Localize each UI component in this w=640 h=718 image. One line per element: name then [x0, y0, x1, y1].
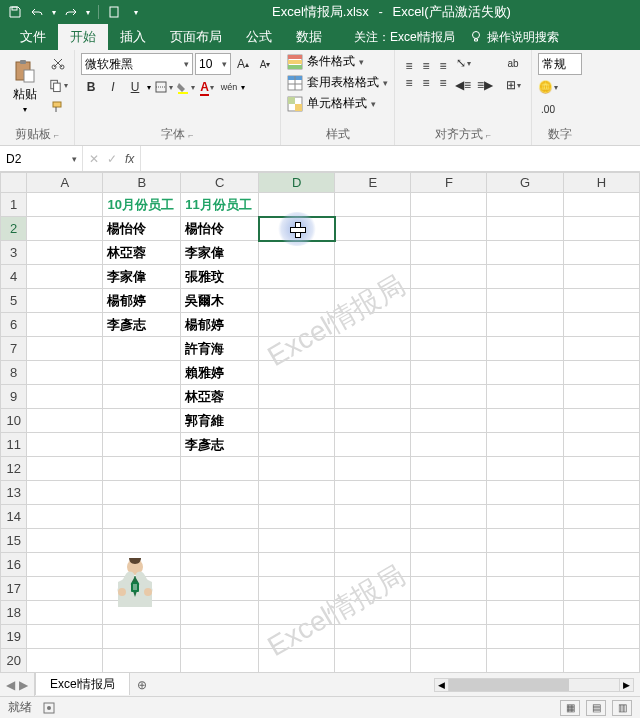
row-header-4[interactable]: 4 — [1, 265, 27, 289]
cell-G14[interactable] — [487, 505, 563, 529]
col-header-B[interactable]: B — [103, 173, 181, 193]
cell-G20[interactable] — [487, 649, 563, 673]
cell-B14[interactable] — [103, 505, 181, 529]
row-header-15[interactable]: 15 — [1, 529, 27, 553]
cell-B8[interactable] — [103, 361, 181, 385]
row-header-7[interactable]: 7 — [1, 337, 27, 361]
cell-H5[interactable] — [563, 289, 639, 313]
cell-E15[interactable] — [335, 529, 411, 553]
undo-dropdown-icon[interactable]: ▾ — [49, 2, 59, 22]
cell-C16[interactable] — [181, 553, 259, 577]
copy-button[interactable]: ▾ — [48, 75, 68, 95]
cell-C1[interactable]: 11月份员工 — [181, 193, 259, 217]
cell-F1[interactable] — [411, 193, 487, 217]
cell-H16[interactable] — [563, 553, 639, 577]
cell-H3[interactable] — [563, 241, 639, 265]
cancel-formula-button[interactable]: ✕ — [89, 152, 99, 166]
cell-H20[interactable] — [563, 649, 639, 673]
align-right-button[interactable]: ≡ — [435, 75, 451, 91]
redo-icon[interactable] — [61, 2, 81, 22]
cell-C19[interactable] — [181, 625, 259, 649]
cell-B9[interactable] — [103, 385, 181, 409]
cell-C10[interactable]: 郭育維 — [181, 409, 259, 433]
cell-E8[interactable] — [335, 361, 411, 385]
cell-B13[interactable] — [103, 481, 181, 505]
cell-B12[interactable] — [103, 457, 181, 481]
row-header-16[interactable]: 16 — [1, 553, 27, 577]
cell-F9[interactable] — [411, 385, 487, 409]
cell-D10[interactable] — [259, 409, 335, 433]
increase-decimal-button[interactable]: .00 — [538, 99, 558, 119]
row-header-9[interactable]: 9 — [1, 385, 27, 409]
phonetic-button[interactable]: wén — [219, 77, 239, 97]
formula-input[interactable] — [141, 146, 640, 171]
cell-H13[interactable] — [563, 481, 639, 505]
col-header-C[interactable]: C — [181, 173, 259, 193]
cell-D7[interactable] — [259, 337, 335, 361]
ribbon-tab-公式[interactable]: 公式 — [234, 24, 284, 50]
cell-A8[interactable] — [27, 361, 103, 385]
align-center-button[interactable]: ≡ — [418, 75, 434, 91]
cell-E14[interactable] — [335, 505, 411, 529]
cell-F11[interactable] — [411, 433, 487, 457]
align-top-button[interactable]: ≡ — [401, 58, 417, 74]
cell-H10[interactable] — [563, 409, 639, 433]
cell-A20[interactable] — [27, 649, 103, 673]
cell-B2[interactable]: 楊怡伶 — [103, 217, 181, 241]
cell-D15[interactable] — [259, 529, 335, 553]
increase-indent-button[interactable]: ≡▶ — [475, 75, 495, 95]
cell-B10[interactable] — [103, 409, 181, 433]
cell-A17[interactable] — [27, 577, 103, 601]
row-header-13[interactable]: 13 — [1, 481, 27, 505]
cell-G4[interactable] — [487, 265, 563, 289]
align-middle-button[interactable]: ≡ — [418, 58, 434, 74]
cell-D11[interactable] — [259, 433, 335, 457]
view-pagebreak-button[interactable]: ▥ — [612, 700, 632, 716]
cell-G7[interactable] — [487, 337, 563, 361]
row-header-18[interactable]: 18 — [1, 601, 27, 625]
add-sheet-button[interactable]: ⊕ — [130, 673, 154, 696]
cell-D3[interactable] — [259, 241, 335, 265]
cell-D20[interactable] — [259, 649, 335, 673]
cell-A9[interactable] — [27, 385, 103, 409]
cell-C15[interactable] — [181, 529, 259, 553]
wrap-text-button[interactable]: ab — [501, 53, 525, 73]
cell-E5[interactable] — [335, 289, 411, 313]
cell-F10[interactable] — [411, 409, 487, 433]
number-format-combo[interactable]: 常规 — [538, 53, 582, 75]
horizontal-scrollbar[interactable]: ◀ ▶ — [434, 678, 634, 692]
cell-F2[interactable] — [411, 217, 487, 241]
row-header-11[interactable]: 11 — [1, 433, 27, 457]
cell-E18[interactable] — [335, 601, 411, 625]
col-header-F[interactable]: F — [411, 173, 487, 193]
cell-G19[interactable] — [487, 625, 563, 649]
cell-A10[interactable] — [27, 409, 103, 433]
cell-F15[interactable] — [411, 529, 487, 553]
cell-E12[interactable] — [335, 457, 411, 481]
cell-E16[interactable] — [335, 553, 411, 577]
cell-E4[interactable] — [335, 265, 411, 289]
col-header-H[interactable]: H — [563, 173, 639, 193]
decrease-font-button[interactable]: A▾ — [255, 54, 275, 74]
cell-B3[interactable]: 林亞蓉 — [103, 241, 181, 265]
sheet-nav-next[interactable]: ▶ — [19, 678, 28, 692]
paste-button[interactable]: 粘贴 ▾ — [6, 53, 44, 119]
cell-A4[interactable] — [27, 265, 103, 289]
cell-D19[interactable] — [259, 625, 335, 649]
sheet-nav-prev[interactable]: ◀ — [6, 678, 15, 692]
cell-B16[interactable] — [103, 553, 181, 577]
cell-D17[interactable] — [259, 577, 335, 601]
col-header-D[interactable]: D — [259, 173, 335, 193]
row-header-6[interactable]: 6 — [1, 313, 27, 337]
ribbon-tab-插入[interactable]: 插入 — [108, 24, 158, 50]
cell-C8[interactable]: 賴雅婷 — [181, 361, 259, 385]
cell-A12[interactable] — [27, 457, 103, 481]
ribbon-tab-数据[interactable]: 数据 — [284, 24, 334, 50]
row-header-20[interactable]: 20 — [1, 649, 27, 673]
cell-H9[interactable] — [563, 385, 639, 409]
cell-E3[interactable] — [335, 241, 411, 265]
cell-E6[interactable] — [335, 313, 411, 337]
cell-F17[interactable] — [411, 577, 487, 601]
cell-B6[interactable]: 李彥志 — [103, 313, 181, 337]
fill-color-button[interactable]: ▾ — [175, 77, 195, 97]
